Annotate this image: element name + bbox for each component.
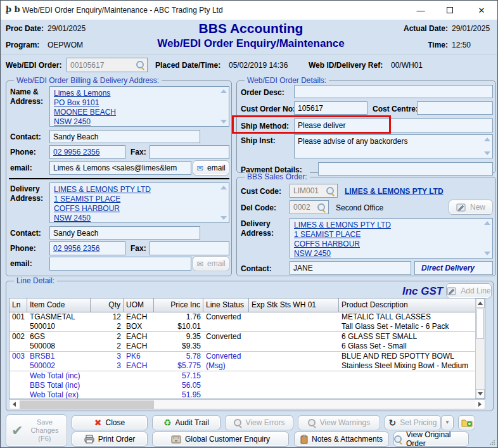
vertical-scrollbar[interactable] xyxy=(475,298,485,399)
col-header-exp-stk[interactable]: Exp Stk Sts WH 01 xyxy=(249,298,339,312)
phone-label: Phone: xyxy=(10,148,36,157)
notes-attachments-button[interactable]: Notes & Attachments xyxy=(294,432,389,447)
delivery-fax-field[interactable] xyxy=(150,241,229,255)
notes-attachments-label: Notes & Attachments xyxy=(312,435,383,444)
cell-status: Converted(Msg) xyxy=(203,352,249,371)
del-code-label: Del Code: xyxy=(241,203,276,212)
col-header-product-desc[interactable]: Product Description xyxy=(339,298,475,312)
window-title: Web/EDI Order Enquiry/Maintenance - ABC … xyxy=(22,6,223,15)
col-header-uom[interactable]: UOM xyxy=(124,298,154,312)
delivery-contact-field[interactable]: Sandy Beach xyxy=(49,226,200,240)
add-line-button[interactable]: Add Line xyxy=(446,283,492,298)
table-row[interactable]: 001 TGASMETAL500010 122 EACHBOX 1.76$10.… xyxy=(10,312,475,332)
cell-exp-stk xyxy=(249,352,339,371)
scroll-up-icon[interactable] xyxy=(220,89,227,93)
scroll-up-button[interactable] xyxy=(476,298,485,308)
ship-method-field[interactable]: Please deliver xyxy=(294,118,493,132)
scroll-right-button[interactable] xyxy=(475,400,485,409)
col-header-price-inc[interactable]: Price Inc xyxy=(154,298,203,312)
table-row[interactable]: 002 6GS500008 22 EACHEACH 9.35$9.35 Conv… xyxy=(10,332,475,352)
table-row-highlighted[interactable]: 003 BRSB1500002 33 PK6EACH 5.78$5.775 Co… xyxy=(10,352,475,371)
scroll-up-icon[interactable] xyxy=(484,138,490,141)
sales-delivery-line[interactable]: LIMES & LEMONS PTY LTD xyxy=(294,221,391,229)
col-header-ln[interactable]: Ln xyxy=(10,298,27,312)
del-code-field[interactable]: 0002 xyxy=(290,200,329,214)
vertical-scroll-thumb[interactable] xyxy=(476,309,484,339)
scroll-down-icon[interactable] xyxy=(220,216,227,220)
billing-fax-field[interactable] xyxy=(150,145,229,159)
web-edi-order-input[interactable]: 00105617 xyxy=(67,58,148,72)
close-button[interactable]: ✖ Close xyxy=(72,415,148,430)
scroll-left-button[interactable] xyxy=(10,400,19,409)
maximize-button[interactable] xyxy=(435,1,464,20)
delivery-address-line[interactable]: 1 SEAMIST PLACE xyxy=(54,195,120,203)
billing-contact-field[interactable]: Sandy Beach xyxy=(49,130,200,143)
delivery-address-line[interactable]: LIMES & LEMONS PTY LTD xyxy=(54,185,151,194)
card-file-icon xyxy=(171,435,181,444)
sales-delivery-line[interactable]: NSW 2450 xyxy=(294,249,331,258)
search-icon[interactable] xyxy=(326,187,335,195)
billing-address-line[interactable]: Limes & Lemons xyxy=(54,89,110,98)
col-header-item-code[interactable]: Item Code xyxy=(27,298,91,312)
cell-status: Converted xyxy=(203,332,249,351)
sales-contact-field[interactable]: JANE xyxy=(290,261,411,275)
scroll-up-icon[interactable] xyxy=(484,221,490,225)
col-header-qty[interactable]: Qty xyxy=(91,298,124,312)
chevron-down-icon: ▼ xyxy=(445,420,450,425)
scroll-up-icon[interactable] xyxy=(220,186,227,189)
view-errors-button[interactable]: View Errors xyxy=(225,415,293,430)
billing-phone-link[interactable]: 02 9956 2356 xyxy=(53,148,99,157)
close-window-button[interactable]: ✕ xyxy=(464,1,498,20)
delivery-email-field[interactable] xyxy=(49,257,191,271)
scroll-down-button[interactable] xyxy=(476,389,485,399)
order-desc-field[interactable] xyxy=(294,85,493,98)
horizontal-scrollbar[interactable] xyxy=(9,399,485,409)
open-folder-button[interactable] xyxy=(458,415,475,430)
scroll-down-icon[interactable] xyxy=(484,151,490,155)
col-header-line-status[interactable]: Line Status xyxy=(203,298,249,312)
horizontal-scroll-thumb[interactable] xyxy=(20,400,154,409)
refresh-icon: ↻ xyxy=(389,418,397,427)
scroll-down-icon[interactable] xyxy=(220,120,227,124)
scroll-down-icon[interactable] xyxy=(484,252,490,255)
delivery-address-line[interactable]: NSW 2450 xyxy=(54,214,91,222)
search-icon[interactable] xyxy=(317,203,326,212)
billing-phone-field[interactable]: 02 9956 2356 xyxy=(49,145,125,159)
audit-trail-button[interactable]: ♻ Audit Trail xyxy=(152,415,220,430)
set-pricing-button[interactable]: ↻ Set Pricing xyxy=(385,415,441,430)
view-warnings-button[interactable]: View Warnings xyxy=(298,415,380,430)
ship-method-label: Ship Method: xyxy=(241,122,289,131)
search-icon[interactable] xyxy=(136,61,144,69)
print-order-button[interactable]: Print Order xyxy=(72,432,148,447)
billing-email-field[interactable]: Limes & Lemons <sales@limes&lem xyxy=(49,161,191,175)
billing-email-button[interactable]: ✉ email xyxy=(193,160,229,176)
delivery-email-button[interactable]: ✉ email xyxy=(193,256,229,271)
cost-centre-field[interactable] xyxy=(417,101,493,115)
folder-add-icon xyxy=(461,418,473,427)
billing-address-line[interactable]: PO Box 9101 xyxy=(54,98,99,107)
sales-delivery-line[interactable]: 1 SEAMIST PLACE xyxy=(294,230,361,239)
set-pricing-dropdown-button[interactable]: ▼ xyxy=(441,415,454,430)
cust-order-no-field[interactable]: 105617 xyxy=(294,101,367,115)
titlebar: bsb Web/EDI Order Enquiry/Maintenance - … xyxy=(1,1,497,20)
new-button[interactable]: New xyxy=(449,200,493,215)
delivery-address-line[interactable]: COFFS HARBOUR xyxy=(54,204,120,213)
save-changes-button[interactable]: ✔ Save Changes (F6) xyxy=(6,414,67,447)
cust-code-field[interactable]: LIM001 xyxy=(290,184,338,198)
proc-date-value: 29/01/2025 xyxy=(48,24,86,33)
resize-grip[interactable] xyxy=(489,439,495,445)
billing-address-line[interactable]: NSW 2450 xyxy=(54,117,91,126)
view-original-order-button[interactable]: View Original Order xyxy=(393,432,469,447)
edit-pad-icon xyxy=(456,203,466,212)
billing-address-line[interactable]: MOONEE BEACH xyxy=(54,108,116,117)
payment-details-field[interactable] xyxy=(318,162,493,176)
minimize-button[interactable]: — xyxy=(406,1,435,20)
delivery-phone-link[interactable]: 02 9956 2356 xyxy=(53,244,99,253)
search-icon xyxy=(394,435,402,444)
delivery-phone-field[interactable]: 02 9956 2356 xyxy=(49,241,125,255)
web-edi-order-value: 00105617 xyxy=(70,61,104,70)
cust-name-link[interactable]: LIMES & LEMONS PTY LTD xyxy=(345,187,444,196)
global-customer-enquiry-button[interactable]: Global Customer Enquiry xyxy=(152,432,289,447)
ship-inst-textarea[interactable]: Please advise of any backorders xyxy=(294,134,493,158)
sales-delivery-line[interactable]: COFFS HARBOUR xyxy=(294,240,360,248)
